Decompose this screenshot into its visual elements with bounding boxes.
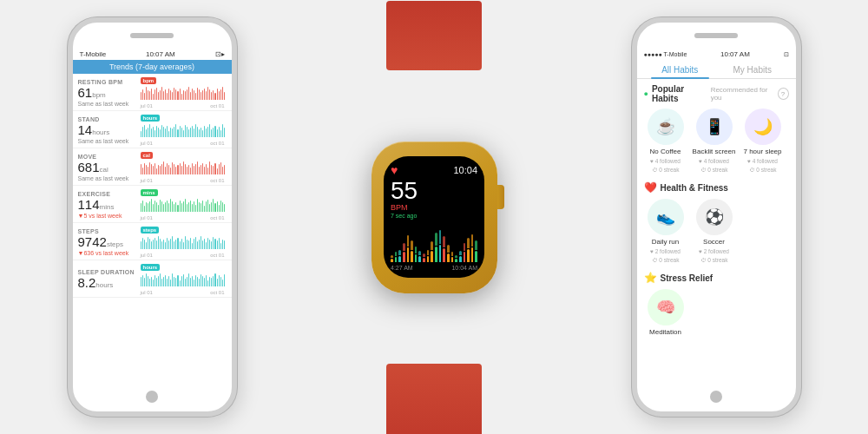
metric-unit: steps xyxy=(107,240,123,248)
habits-tab-my-habits[interactable]: My Habits xyxy=(716,60,789,78)
watch-bar-top xyxy=(464,243,466,251)
watch-bar-bottom xyxy=(431,251,433,262)
watch-bar-bottom xyxy=(455,259,457,262)
watch-bar-top xyxy=(403,243,405,251)
watch-bar-bottom xyxy=(451,257,454,262)
watch-bar-bottom xyxy=(471,247,474,262)
metric-status: Same as last week xyxy=(78,175,139,181)
watch-body: ♥ 10:04 55 BPM 7 sec ago xyxy=(372,141,497,293)
habits-section-2: ⭐ Stress Relief 🧠 Meditation xyxy=(637,266,796,339)
watch-bar-top xyxy=(435,233,437,246)
metric-label: RESTING BPM xyxy=(78,79,139,85)
habit-name: Daily run xyxy=(652,238,680,246)
metric-value-row: 14hours xyxy=(78,122,139,138)
habit-icon: 👟 xyxy=(648,199,684,235)
habit-count: ♥ 2 followed xyxy=(650,248,681,254)
watch-bottom-row: 4:27 AM 10:04 AM xyxy=(391,265,477,271)
habit-card[interactable]: 📱 Backlit screen ♥ 4 followed⏱ 0 streak xyxy=(693,108,736,173)
metric-value: 14 xyxy=(78,122,93,137)
watch-bar-bottom xyxy=(464,252,466,262)
watch-bar-bottom xyxy=(407,247,410,262)
habit-count: ♥ 4 followed xyxy=(699,158,729,164)
watch-bar-group xyxy=(407,235,410,262)
watch-bar-group xyxy=(403,243,405,262)
metric-left: RESTING BPM 61bpm Same as last week xyxy=(78,79,139,107)
metric-value-row: 114mins xyxy=(78,197,139,213)
section-dot-icon: ❤️ xyxy=(644,181,657,194)
chart-dates: jul 01 oct 01 xyxy=(139,253,227,258)
watch-bar-top xyxy=(411,240,413,250)
metric-unit: bpm xyxy=(92,91,106,99)
metric-value: 9742 xyxy=(78,234,107,249)
metric-chart: bpm jul 01 oct 01 xyxy=(139,77,227,108)
metric-row: EXERCISE 114mins ▼5 vs last week mins ju… xyxy=(73,186,232,223)
watch-bar-group xyxy=(435,233,437,262)
habit-streak: ⏱ 0 streak xyxy=(700,257,728,263)
metric-unit: hours xyxy=(92,128,109,136)
habit-icon: ⚽ xyxy=(696,199,733,235)
habits-section-0: ● Popular Habits Recommended for you ? ☕… xyxy=(637,79,796,176)
habits-grid: 👟 Daily run ♥ 2 followed⏱ 0 streak ⚽ Soc… xyxy=(644,199,789,263)
metric-value-row: 8.2hours xyxy=(78,275,139,291)
metric-row: MOVE 681cal Same as last week cal jul 01… xyxy=(73,148,232,186)
watch-bar-top xyxy=(391,255,393,258)
metric-left: SLEEP DURATION 8.2hours xyxy=(78,269,139,291)
right-phone: ●●●●● T-Mobile 10:07 AM ⊡ All HabitsMy H… xyxy=(632,17,801,417)
metric-chart: hours jul 01 oct 01 xyxy=(139,115,227,146)
habit-card[interactable]: ☕ No Coffee ♥ 4 followed⏱ 0 streak xyxy=(644,108,687,173)
habit-icon: 📱 xyxy=(696,108,733,145)
habit-name: No Coffee xyxy=(650,148,681,155)
watch-bar-group xyxy=(423,253,425,262)
habits-tab-all-habits[interactable]: All Habits xyxy=(644,60,717,78)
mini-bars xyxy=(139,155,227,174)
watch-bar-group xyxy=(431,241,433,262)
habits-grid: 🧠 Meditation xyxy=(644,289,789,336)
habit-streak: ⏱ 0 streak xyxy=(652,257,680,263)
watch-bar-bottom xyxy=(427,256,430,262)
habit-card[interactable]: 🌙 7 hour sleep ♥ 4 followed⏱ 0 streak xyxy=(741,108,785,173)
watch-update-text: 7 sec ago xyxy=(391,213,477,219)
habit-name: 7 hour sleep xyxy=(743,148,781,155)
left-phone-screen: T-Mobile 10:07 AM ⊡▸ Trends (7-day avera… xyxy=(73,49,232,389)
watch-bar-group xyxy=(418,251,421,262)
habit-streak: ⏱ 0 streak xyxy=(749,167,777,173)
watch-bar-group xyxy=(475,240,477,262)
chart-dates: jul 01 oct 01 xyxy=(139,290,227,295)
trends-header: Trends (7-day averages) xyxy=(73,60,232,74)
section-header: ❤️ Health & Fitness xyxy=(644,181,789,194)
metric-label: MOVE xyxy=(78,154,139,160)
chart-dates: jul 01 oct 01 xyxy=(139,141,227,146)
watch-bar-bottom xyxy=(423,258,425,262)
section-dot-icon: ● xyxy=(644,89,648,98)
habits-sections: ● Popular Habits Recommended for you ? ☕… xyxy=(637,79,796,389)
habit-card[interactable]: ⚽ Soccer ♥ 2 followed⏱ 0 streak xyxy=(693,199,736,263)
metric-left: STAND 14hours Same as last week xyxy=(78,116,139,144)
metric-chart: steps jul 01 oct 01 xyxy=(139,227,227,258)
metrics-list: RESTING BPM 61bpm Same as last week bpm … xyxy=(73,74,232,298)
habit-icon: ☕ xyxy=(648,108,684,145)
mini-bars xyxy=(139,118,227,137)
watch-bar-top xyxy=(475,240,477,250)
watch-bar-bottom xyxy=(467,249,470,262)
chart-dates: jul 01 oct 01 xyxy=(139,215,227,220)
habit-count: ♥ 4 followed xyxy=(650,158,681,164)
metric-left: EXERCISE 114mins ▼5 vs last week xyxy=(78,191,139,219)
habit-card[interactable]: 👟 Daily run ♥ 2 followed⏱ 0 streak xyxy=(644,199,687,263)
metric-unit: cal xyxy=(100,166,108,174)
left-phone: T-Mobile 10:07 AM ⊡▸ Trends (7-day avera… xyxy=(68,17,237,417)
metric-value: 8.2 xyxy=(78,275,96,290)
status-bar: T-Mobile 10:07 AM ⊡▸ xyxy=(73,49,232,60)
habit-card[interactable]: 🧠 Meditation xyxy=(644,289,687,336)
watch-bar-top xyxy=(407,235,410,247)
habit-name: Soccer xyxy=(703,238,725,246)
watch-bpm-row: 55 BPM 7 sec ago xyxy=(391,179,477,219)
watch-bar-top xyxy=(418,251,421,255)
watch-heart-icon: ♥ xyxy=(391,163,398,177)
watch-strap-bottom xyxy=(386,364,482,434)
watch-bar-bottom xyxy=(443,248,445,262)
watch-chart xyxy=(391,222,477,262)
watch-bar-group xyxy=(443,236,445,262)
watch-bar-bottom xyxy=(447,253,450,262)
watch-bar-group xyxy=(398,250,401,262)
question-icon[interactable]: ? xyxy=(778,88,789,100)
